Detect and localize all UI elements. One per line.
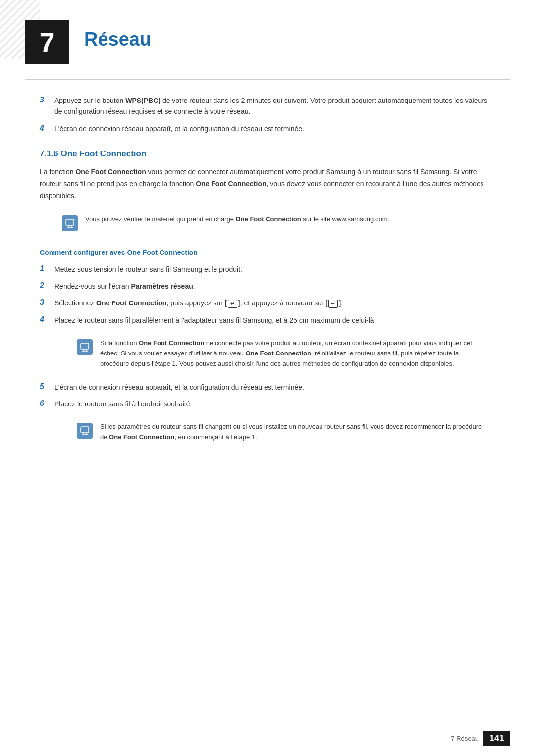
ofc-step3-bold: One Foot Connection [96, 299, 166, 307]
svg-rect-10 [81, 427, 89, 433]
config-step-number-6: 6 [40, 399, 54, 408]
step-text-3: Appuyez sur le bouton WPS(PBC) de votre … [54, 95, 495, 117]
parametres-reseau-label: Paramètres réseau [131, 282, 193, 290]
ofc-note2-bold1: One Foot Connection [139, 339, 204, 347]
config-step-6: 6 Placez le routeur sans fil à l'endroit… [40, 399, 495, 409]
chapter-header: 7 Réseau [0, 0, 535, 74]
note-icon-1 [62, 215, 78, 231]
config-step-1: 1 Mettez sous tension le routeur sans fi… [40, 264, 495, 275]
config-step-text-5: L'écran de connexion réseau apparaît, et… [54, 382, 495, 393]
ofc-note3-bold: One Foot Connection [109, 433, 174, 441]
footer-chapter-label: 7 Réseau [451, 735, 479, 742]
wps-pbc-label: WPS(PBC) [125, 97, 160, 104]
subsection-heading: Comment configurer avec One Foot Connect… [40, 249, 495, 256]
config-step-text-6: Placez le routeur sans fil à l'endroit s… [54, 399, 495, 409]
note-box-1: Vous pouvez vérifier le matériel qui pre… [54, 209, 495, 236]
note-text-1: Vous pouvez vérifier le matériel qui pre… [85, 214, 389, 225]
config-step-5: 5 L'écran de connexion réseau apparaît, … [40, 382, 495, 393]
note-icon-3 [77, 423, 93, 439]
config-step-number-1: 1 [40, 264, 54, 273]
config-step-number-3: 3 [40, 298, 54, 307]
config-step-2: 2 Rendez-vous sur l'écran Paramètres rés… [40, 281, 495, 292]
button-icon-2: ↵ [328, 300, 338, 308]
ofc-bold-2: One Foot Connection [196, 180, 266, 188]
step-number-3: 3 [40, 96, 54, 104]
note-text-2: Si la fonction One Foot Connection ne co… [100, 338, 488, 369]
step-text-4: L'écran de connexion réseau apparaît, et… [54, 123, 495, 134]
main-content: 3 Appuyez sur le bouton WPS(PBC) de votr… [0, 80, 535, 495]
note-box-2: Si la fonction One Foot Connection ne co… [69, 333, 495, 374]
config-step-number-4: 4 [40, 315, 54, 324]
config-step-number-2: 2 [40, 281, 54, 290]
section-716-heading: 7.1.6 One Foot Connection [40, 149, 495, 159]
config-step-text-1: Mettez sous tension le routeur sans fil … [54, 264, 495, 275]
button-icon-1: ↵ [228, 300, 237, 308]
ofc-bold-1: One Foot Connection [75, 168, 146, 176]
footer-page-number: 141 [483, 731, 510, 746]
config-step-text-4: Placez le routeur sans fil parallèlement… [54, 315, 495, 326]
config-step-text-3: Sélectionnez One Foot Connection, puis a… [54, 298, 495, 308]
step-number-4: 4 [40, 124, 54, 133]
config-step-number-5: 5 [40, 382, 54, 391]
ofc-note-bold: One Foot Connection [236, 215, 301, 223]
chapter-number: 7 [25, 20, 69, 64]
page-container: 7 Réseau 3 Appuyez sur le bouton WPS(PBC… [0, 0, 535, 756]
section-716-body: La fonction One Foot Connection vous per… [40, 166, 495, 202]
config-step-4: 4 Placez le routeur sans fil parallèleme… [40, 315, 495, 326]
svg-rect-6 [81, 343, 89, 349]
svg-rect-2 [66, 219, 74, 225]
ofc-note2-bold2: One Foot Connection [246, 350, 311, 357]
config-step-3: 3 Sélectionnez One Foot Connection, puis… [40, 298, 495, 308]
page-footer: 7 Réseau 141 [451, 731, 510, 746]
note-text-3: Si les paramètres du routeur sans fil ch… [100, 422, 488, 443]
chapter-title: Réseau [84, 29, 151, 50]
note-icon-2 [77, 339, 93, 355]
note-box-3: Si les paramètres du routeur sans fil ch… [69, 417, 495, 448]
intro-step-3: 3 Appuyez sur le bouton WPS(PBC) de votr… [40, 95, 495, 117]
config-step-text-2: Rendez-vous sur l'écran Paramètres résea… [54, 281, 495, 292]
intro-step-4: 4 L'écran de connexion réseau apparaît, … [40, 123, 495, 134]
